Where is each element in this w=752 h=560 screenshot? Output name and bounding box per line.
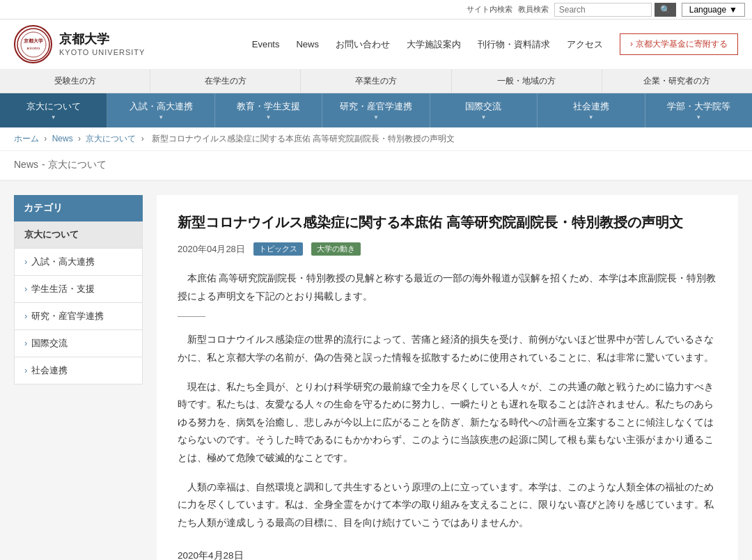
breadcrumb-news[interactable]: News	[52, 134, 73, 143]
breadcrumb-home[interactable]: ホーム	[14, 134, 39, 143]
breadcrumb-separator: ›	[78, 134, 83, 143]
breadcrumb-kyodai[interactable]: 京大について	[86, 134, 136, 143]
secondary-nav-students[interactable]: 在学生の方	[150, 70, 301, 93]
nav-facilities[interactable]: 大学施設案内	[407, 38, 461, 51]
university-name-ja: 京都大学	[59, 31, 145, 47]
main-nav-admissions[interactable]: 入試・高大連携 ▼	[107, 93, 214, 127]
nav-events[interactable]: Events	[252, 39, 280, 49]
svg-point-1	[21, 32, 46, 57]
breadcrumb: ホーム › News › 京大について › 新型コロナウイルス感染症に関する本庶…	[0, 127, 752, 151]
article-paragraph-1: 新型コロナウイルス感染症の世界的流行によって、苦痛と経済的損失を受け、前例がない…	[178, 331, 717, 366]
article-paragraph-2: 現在は、私たち全員が、とりわけ科学研究の最前線で全力を尽くしている人々が、この共…	[178, 378, 717, 467]
search-area: 🔍	[554, 3, 676, 17]
main-content: 新型コロナウイルス感染症に関する本庶佑 高等研究院副院長・特別教授の声明文 20…	[157, 195, 738, 560]
article-body: 本庶佑 高等研究院副院長・特別教授の見解と称する最近の一部の海外報道が誤解を招く…	[178, 270, 717, 560]
main-nav-education[interactable]: 教育・学生支援 ▼	[215, 93, 322, 127]
main-nav-community[interactable]: 社会連携 ▼	[538, 93, 645, 127]
header-nav: Events News お問い合わせ 大学施設案内 刊行物・資料請求 アクセス …	[252, 33, 738, 55]
breadcrumb-separator: ›	[141, 134, 146, 143]
secondary-nav-alumni[interactable]: 卒業生の方	[301, 70, 451, 93]
secondary-nav-public[interactable]: 一般・地域の方	[452, 70, 602, 93]
page-title: News - 京大について	[14, 157, 738, 171]
nav-access[interactable]: アクセス	[567, 38, 603, 51]
chevron-down-icon: ▼	[373, 114, 379, 120]
search-input[interactable]	[554, 3, 652, 17]
main-nav-about[interactable]: 京大について ▼	[0, 93, 107, 127]
main-nav-research[interactable]: 研究・産官学連携 ▼	[322, 93, 430, 127]
site-search-label: サイト内検索	[467, 4, 512, 15]
secondary-nav-applicants[interactable]: 受験生の方	[0, 70, 150, 93]
chevron-down-icon: ▼	[51, 114, 56, 120]
nav-contact[interactable]: お問い合わせ	[336, 38, 390, 51]
tag-university: 大学の動き	[311, 242, 361, 256]
chevron-down-icon: ▼	[266, 114, 272, 120]
svg-point-0	[17, 29, 49, 61]
sidebar-item-community[interactable]: 社会連携	[14, 357, 143, 384]
breadcrumb-current: 新型コロナウイルス感染症に関する本庶佑 高等研究院副院長・特別教授の声明文	[152, 134, 455, 143]
top-bar: サイト内検索 教員検索 🔍 Language ▼	[0, 0, 752, 20]
secondary-nav-researchers[interactable]: 企業・研究者の方	[602, 70, 752, 93]
svg-text:KYOTO: KYOTO	[26, 47, 40, 50]
chevron-down-icon: ▼	[696, 114, 701, 120]
logo-area: 京都大学 KYOTO 京都大学 KYOTO UNIVERSITY	[14, 25, 145, 63]
chevron-down-icon: ▼	[588, 114, 594, 120]
article-paragraph-3: 人類の幸福は、自然環境と調和して共生するという原理の上に立っています。本学は、こ…	[178, 479, 717, 532]
logo-text: 京都大学 KYOTO UNIVERSITY	[59, 31, 145, 58]
article-divider	[178, 316, 205, 317]
content-layout: カテゴリ 京大について 入試・高大連携 学生生活・支援 研究・産官学連携 国際交…	[0, 181, 752, 560]
signature-date: 2020年4月28日	[178, 546, 717, 560]
language-button[interactable]: Language ▼	[682, 3, 745, 17]
article-meta: 2020年04月28日 トピックス 大学の動き	[178, 242, 717, 256]
article-signature: 2020年4月28日 本庶佑 京都大学高等研究院 副院長・特別教授	[178, 546, 717, 560]
sidebar: カテゴリ 京大について 入試・高大連携 学生生活・支援 研究・産官学連携 国際交…	[14, 195, 143, 560]
article-date: 2020年04月28日	[178, 243, 245, 256]
chevron-down-icon: ▼	[729, 5, 737, 15]
article-title: 新型コロナウイルス感染症に関する本庶佑 高等研究院副院長・特別教授の声明文	[178, 212, 717, 233]
donation-button[interactable]: 京都大学基金に寄附する	[620, 33, 738, 55]
search-button[interactable]: 🔍	[655, 3, 676, 17]
sidebar-item-admissions[interactable]: 入試・高大連携	[14, 249, 143, 276]
main-nav: 京大について ▼ 入試・高大連携 ▼ 教育・学生支援 ▼ 研究・産官学連携 ▼ …	[0, 93, 752, 127]
sidebar-item-student-life[interactable]: 学生生活・支援	[14, 276, 143, 303]
secondary-nav: 受験生の方 在学生の方 卒業生の方 一般・地域の方 企業・研究者の方	[0, 70, 752, 93]
faculty-search-label: 教員検索	[518, 4, 549, 15]
header: 京都大学 KYOTO 京都大学 KYOTO UNIVERSITY Events …	[0, 20, 752, 70]
nav-news[interactable]: News	[296, 39, 319, 49]
sidebar-item-research[interactable]: 研究・産官学連携	[14, 303, 143, 330]
breadcrumb-separator: ›	[44, 134, 49, 143]
svg-text:京都大学: 京都大学	[24, 38, 43, 44]
nav-publications[interactable]: 刊行物・資料請求	[478, 38, 550, 51]
article-intro: 本庶佑 高等研究院副院長・特別教授の見解と称する最近の一部の海外報道が誤解を招く…	[178, 270, 717, 305]
chevron-down-icon: ▼	[158, 114, 164, 120]
sidebar-item-about[interactable]: 京大について	[14, 221, 143, 249]
sidebar-category-title: カテゴリ	[14, 195, 143, 221]
chevron-down-icon: ▼	[480, 114, 486, 120]
university-seal: 京都大学 KYOTO	[14, 25, 52, 63]
tag-topics: トピックス	[253, 242, 303, 256]
page-title-bar: News - 京大について	[0, 151, 752, 181]
sidebar-item-international[interactable]: 国際交流	[14, 330, 143, 357]
main-nav-departments[interactable]: 学部・大学院等 ▼	[645, 93, 752, 127]
main-nav-international[interactable]: 国際交流 ▼	[430, 93, 538, 127]
university-name-en: KYOTO UNIVERSITY	[59, 47, 145, 57]
